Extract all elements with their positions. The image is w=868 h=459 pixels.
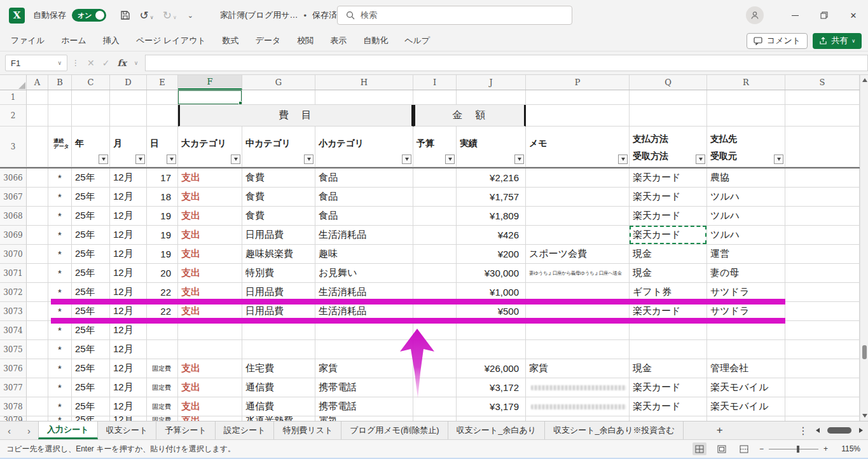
cell-B[interactable]: * <box>48 188 72 207</box>
cell-S[interactable] <box>785 188 860 207</box>
cell-B[interactable]: * <box>48 226 72 245</box>
cell-C[interactable]: 25年 <box>72 207 110 226</box>
cell-D[interactable]: 12月 <box>110 416 147 421</box>
cell-A[interactable] <box>27 340 48 359</box>
select-all-corner[interactable] <box>0 75 27 90</box>
cell-P[interactable] <box>526 188 630 207</box>
cell-F[interactable]: 大カテゴリ <box>178 127 242 167</box>
zoom-out-icon[interactable]: − <box>759 444 764 453</box>
sheet-tab-0[interactable]: 入力シート <box>38 421 98 439</box>
scrollbar-thumb[interactable] <box>862 345 867 359</box>
cell-S[interactable] <box>785 321 860 340</box>
cell-F[interactable]: 支出 <box>178 226 242 245</box>
column-header-P[interactable]: P <box>526 75 630 90</box>
cell-A[interactable] <box>27 168 48 188</box>
cell-P[interactable]: 家賃 <box>526 359 630 378</box>
cell-F[interactable]: 支出 <box>178 264 242 283</box>
cell-D[interactable]: 12月 <box>110 188 147 207</box>
cell-R[interactable]: ツルハ <box>707 226 785 245</box>
row-header-3066[interactable]: 3066 <box>0 168 27 188</box>
cell-E[interactable]: 19 <box>147 207 178 226</box>
cell-B[interactable]: * <box>48 264 72 283</box>
cell-H[interactable]: 家賃 <box>315 359 413 378</box>
ribbon-tab-0[interactable]: ファイル <box>3 31 53 51</box>
cell-Q[interactable] <box>630 340 707 359</box>
cell-H[interactable]: 携帯電話 <box>315 378 413 397</box>
filter-button-mid[interactable] <box>304 154 313 164</box>
cell-P[interactable] <box>526 321 630 340</box>
cell-J[interactable]: ¥200 <box>457 245 526 264</box>
row-header-2[interactable]: 2 <box>0 105 27 127</box>
cell-R[interactable] <box>707 340 785 359</box>
column-header-D[interactable]: D <box>110 75 147 90</box>
cell-G[interactable]: 食費 <box>242 207 315 226</box>
cell-R[interactable] <box>707 105 785 127</box>
more-options-icon[interactable]: ⋮ <box>798 425 808 437</box>
cell-B[interactable]: * <box>48 340 72 359</box>
cell-F[interactable]: 支出 <box>178 207 242 226</box>
ribbon-tab-7[interactable]: 表示 <box>322 31 355 51</box>
filter-button-pay[interactable] <box>696 154 705 164</box>
filter-button-memo[interactable] <box>618 154 628 164</box>
row-header-3067[interactable]: 3067 <box>0 188 27 207</box>
cell-S[interactable] <box>785 340 860 359</box>
selected-cell-F1[interactable] <box>178 90 242 105</box>
cell-A[interactable] <box>27 90 48 105</box>
row-header-3078[interactable]: 3078 <box>0 397 27 416</box>
scroll-down-icon[interactable] <box>862 414 867 418</box>
cell-B[interactable] <box>48 105 72 127</box>
cell-A[interactable] <box>27 264 48 283</box>
cell-J[interactable]: ¥30,000 <box>457 264 526 283</box>
cell-F[interactable] <box>178 340 242 359</box>
cell-E[interactable] <box>147 340 178 359</box>
cell-J[interactable] <box>457 90 526 105</box>
cell-F[interactable]: 支出 <box>178 188 242 207</box>
cell-G[interactable] <box>242 340 315 359</box>
zoom-slider[interactable]: − + <box>759 444 828 453</box>
cell-C[interactable]: 25年 <box>72 359 110 378</box>
cell-D[interactable]: 12月 <box>110 340 147 359</box>
cell-F[interactable]: 支出 <box>178 359 242 378</box>
search-input[interactable]: 検索 <box>337 6 572 25</box>
cell-C[interactable]: 25年 <box>72 321 110 340</box>
cell-Q[interactable]: 現金 <box>630 359 707 378</box>
cell-Q[interactable]: 楽天カード <box>630 188 707 207</box>
cell-S[interactable] <box>785 168 860 188</box>
filter-button-actual[interactable] <box>514 154 524 164</box>
cell-Q[interactable]: 支払方法受取方法 <box>630 127 707 167</box>
cell-R[interactable]: 管理会社 <box>707 359 785 378</box>
cell-R[interactable]: 運営 <box>707 245 785 264</box>
cell-P[interactable] <box>526 90 630 105</box>
cell-J[interactable]: 実績 <box>457 127 526 167</box>
column-header-Q[interactable]: Q <box>630 75 707 90</box>
cell-I[interactable] <box>413 264 457 283</box>
cell-E[interactable]: 18 <box>147 188 178 207</box>
cell-G[interactable]: 食費 <box>242 188 315 207</box>
cell-B[interactable]: 連続データ <box>48 127 72 167</box>
cell-I[interactable] <box>413 90 457 105</box>
ribbon-tab-1[interactable]: ホーム <box>53 31 95 51</box>
cell-P[interactable] <box>526 226 630 245</box>
cell-H[interactable] <box>315 340 413 359</box>
name-box[interactable]: F1 ∨ <box>5 55 67 71</box>
column-header-I[interactable]: I <box>413 75 457 90</box>
cell-I[interactable]: 予算 <box>413 127 457 167</box>
add-sheet-button[interactable]: + <box>706 421 733 439</box>
cell-B[interactable]: * <box>48 359 72 378</box>
cell-D[interactable]: 12月 <box>110 397 147 416</box>
cell-Q[interactable]: 現金 <box>630 245 707 264</box>
cell-C[interactable]: 25年 <box>72 397 110 416</box>
cell-J[interactable]: ¥2,216 <box>457 168 526 188</box>
cell-D[interactable]: 12月 <box>110 378 147 397</box>
zoom-track[interactable] <box>769 449 818 449</box>
cell-Q[interactable]: 楽天カード <box>630 168 707 188</box>
column-header-J[interactable]: J <box>457 75 526 90</box>
cell-D[interactable]: 12月 <box>110 226 147 245</box>
cell-B[interactable]: * <box>48 321 72 340</box>
cell-C[interactable]: 年 <box>72 127 110 167</box>
cell-G[interactable]: 通信費 <box>242 378 315 397</box>
hscroll-thumb[interactable] <box>827 427 851 434</box>
cell-S[interactable] <box>785 416 860 421</box>
row-header-3[interactable]: 3 <box>0 127 27 167</box>
column-header-R[interactable]: R <box>707 75 785 90</box>
